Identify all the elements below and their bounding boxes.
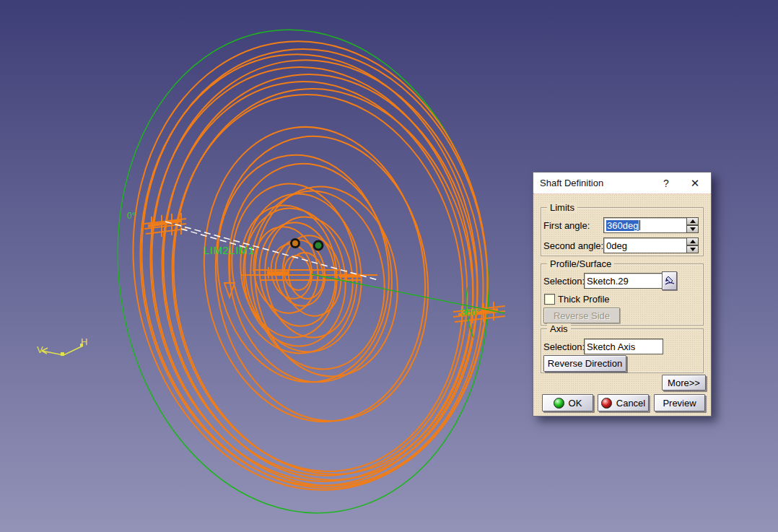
ok-sphere-icon xyxy=(554,398,564,409)
axis-selection-value: Sketch Axis xyxy=(587,341,635,352)
catia-window: LIM2LIM1 0° 360° V H Shaft Definition ? … xyxy=(0,0,778,532)
profile-selection-label: Selection: xyxy=(543,276,585,287)
group-profile-label: Profile/Surface xyxy=(547,258,614,269)
axis-selection-input[interactable]: Sketch Axis xyxy=(584,339,663,354)
preview-label: Preview xyxy=(663,398,696,409)
spin-up-icon[interactable] xyxy=(686,237,699,245)
thick-profile-label: Thick Profile xyxy=(558,294,610,305)
first-angle-label: First angle: xyxy=(543,220,590,231)
first-angle-spinner[interactable] xyxy=(686,217,699,233)
reverse-direction-button[interactable]: Reverse Direction xyxy=(543,355,626,372)
second-angle-spinner[interactable] xyxy=(686,237,699,253)
dialog-title: Shaft Definition xyxy=(540,178,603,188)
axis-selection-label: Selection: xyxy=(543,341,585,352)
reverse-side-button: Reverse Side xyxy=(543,308,620,323)
end-angle-label: 360° xyxy=(460,307,480,318)
profile-selection-value: Sketch.29 xyxy=(587,276,629,287)
thick-profile-checkbox[interactable] xyxy=(544,294,555,305)
spin-up-icon[interactable] xyxy=(686,217,699,225)
concentricity-constraint-icon[interactable] xyxy=(314,241,323,250)
group-axis-label: Axis xyxy=(547,323,571,334)
close-icon[interactable]: ✕ xyxy=(688,176,702,191)
preview-button[interactable]: Preview xyxy=(654,394,705,411)
reverse-direction-label: Reverse Direction xyxy=(548,358,622,369)
cancel-sphere-icon xyxy=(601,398,612,409)
spin-down-icon[interactable] xyxy=(686,245,699,253)
dialog-titlebar[interactable]: Shaft Definition ? ✕ xyxy=(533,173,711,194)
cancel-label: Cancel xyxy=(616,398,645,409)
second-angle-value: 0deg xyxy=(606,240,627,251)
limit-label: LIM2LIM1 xyxy=(204,244,255,256)
dialog-shaft-definition: Shaft Definition ? ✕ Limits First angle:… xyxy=(533,172,712,417)
more-label: More>> xyxy=(668,378,700,388)
second-angle-label: Second angle: xyxy=(543,240,603,251)
help-icon[interactable]: ? xyxy=(659,176,673,191)
profile-selection-input[interactable]: Sketch.29 xyxy=(584,273,665,289)
second-angle-input[interactable]: 0deg xyxy=(603,237,690,253)
group-limits-label: Limits xyxy=(547,202,577,213)
concentricity-constraint-icon[interactable] xyxy=(292,240,300,248)
ok-label: OK xyxy=(569,398,582,409)
cancel-button[interactable]: Cancel xyxy=(598,394,649,411)
profile-sketch-selector-button[interactable] xyxy=(662,271,677,290)
text-caret xyxy=(639,220,640,230)
axis-h-label: H xyxy=(81,336,87,347)
spin-down-icon[interactable] xyxy=(686,225,699,233)
sketch-pencil-icon xyxy=(665,275,675,287)
ok-button[interactable]: OK xyxy=(542,394,593,411)
start-angle-label: 0° xyxy=(127,211,136,221)
more-button[interactable]: More>> xyxy=(662,375,706,391)
reverse-side-label: Reverse Side xyxy=(554,310,610,321)
axis-v-label: V xyxy=(37,344,43,355)
first-angle-value: 360deg xyxy=(606,220,639,231)
first-angle-input[interactable]: 360deg xyxy=(603,217,690,233)
